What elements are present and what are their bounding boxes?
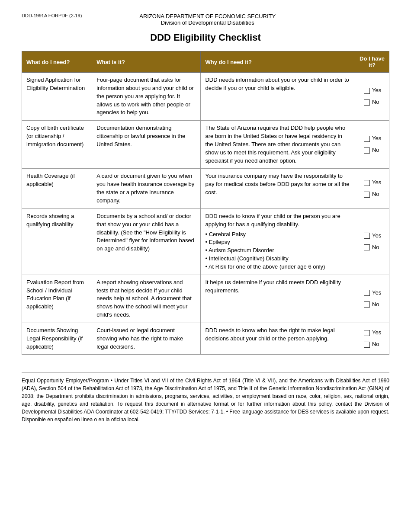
form-id: DDD-1991A FORPDF (2-19) — [22, 13, 82, 18]
no-label-2: No — [372, 146, 379, 154]
checkbox-no-6[interactable] — [364, 342, 370, 348]
what-cell: A card or document given to you when you… — [92, 169, 201, 208]
disability-list: Cerebral Palsy Epilepsy Autism Spectrum … — [205, 231, 350, 271]
no-checkbox-row1[interactable]: No — [364, 98, 379, 106]
need-cell: Evaluation Report from School / Individu… — [22, 275, 92, 323]
checkbox-no-1[interactable] — [364, 99, 370, 106]
checkbox-yes-5[interactable] — [364, 290, 370, 296]
col-header-need: What do I need? — [22, 51, 92, 73]
need-cell: Documents Showing Legal Responsibility (… — [22, 323, 92, 355]
table-row: Signed Application for Eligibility Deter… — [22, 73, 389, 121]
agency-name: ARIZONA DEPARTMENT OF ECONOMIC SECURITY — [82, 13, 333, 19]
yes-label-2: Yes — [372, 135, 381, 143]
checkbox-yes-3[interactable] — [364, 180, 370, 186]
no-checkbox-row3[interactable]: No — [364, 190, 379, 199]
page-title: DDD Eligibility Checklist — [22, 32, 389, 43]
yes-checkbox-row1[interactable]: Yes — [364, 87, 381, 95]
need-cell: Signed Application for Eligibility Deter… — [22, 73, 92, 121]
eligibility-checklist-table: What do I need? What is it? Why do I nee… — [22, 51, 389, 355]
no-checkbox-row2[interactable]: No — [364, 146, 379, 154]
why-cell: DDD needs information about you or your … — [201, 73, 355, 121]
why-cell: Your insurance company may have the resp… — [201, 169, 355, 208]
no-label-6: No — [372, 340, 379, 349]
table-row: Health Coverage (if applicable) A card o… — [22, 169, 389, 208]
no-label-4: No — [372, 244, 379, 252]
why-cell: It helps us determine if your child meet… — [201, 275, 355, 323]
no-checkbox-row6[interactable]: No — [364, 340, 379, 349]
what-cell: Documents by a school and/ or doctor tha… — [92, 208, 201, 275]
yes-label-1: Yes — [372, 87, 381, 95]
have-cell: Yes No — [355, 275, 389, 323]
need-cell: Copy of birth certificate (or citizenshi… — [22, 121, 92, 169]
division-name: Division of Developmental Disabilities — [82, 19, 333, 26]
why-intro: DDD needs to know if your child or the p… — [205, 213, 340, 228]
list-item: Epilepsy — [205, 238, 350, 247]
need-cell: Records showing a qualifying disability — [22, 208, 92, 275]
table-row: Records showing a qualifying disability … — [22, 208, 389, 275]
checkbox-yes-1[interactable] — [364, 88, 370, 94]
no-label-5: No — [372, 301, 379, 309]
what-cell: Documentation demonstrating citizenship … — [92, 121, 201, 169]
what-cell: Four-page document that asks for informa… — [92, 73, 201, 121]
list-item: Autism Spectrum Disorder — [205, 247, 350, 255]
checkbox-no-3[interactable] — [364, 192, 370, 198]
checkbox-yes-4[interactable] — [364, 233, 370, 239]
have-cell: Yes No — [355, 208, 389, 275]
col-header-what: What is it? — [92, 51, 201, 73]
yes-label-3: Yes — [372, 179, 381, 187]
col-header-why: Why do I need it? — [201, 51, 355, 73]
have-cell: Yes No — [355, 73, 389, 121]
list-item: At Risk for one of the above (under age … — [205, 263, 350, 271]
checkbox-no-2[interactable] — [364, 147, 370, 154]
checkbox-yes-6[interactable] — [364, 330, 370, 336]
footer: Equal Opportunity Employer/Program • Und… — [22, 372, 389, 423]
need-cell: Health Coverage (if applicable) — [22, 169, 92, 208]
yes-label-5: Yes — [372, 289, 381, 297]
list-item: Cerebral Palsy — [205, 231, 350, 239]
no-checkbox-row4[interactable]: No — [364, 244, 379, 252]
footer-text: Equal Opportunity Employer/Program • Und… — [22, 377, 389, 423]
list-item: Intellectual (Cognitive) Disability — [205, 255, 350, 263]
yes-checkbox-row6[interactable]: Yes — [364, 329, 381, 337]
what-cell: A report showing observations and tests … — [92, 275, 201, 323]
no-label-1: No — [372, 98, 379, 106]
why-cell: DDD needs to know if your child or the p… — [201, 208, 355, 275]
table-row: Evaluation Report from School / Individu… — [22, 275, 389, 323]
checkbox-no-4[interactable] — [364, 244, 370, 250]
yes-checkbox-row3[interactable]: Yes — [364, 179, 381, 187]
yes-checkbox-row2[interactable]: Yes — [364, 135, 381, 143]
why-cell: The State of Arizona requires that DDD h… — [201, 121, 355, 169]
why-cell: DDD needs to know who has the right to m… — [201, 323, 355, 355]
yes-label-6: Yes — [372, 329, 381, 337]
checkbox-no-5[interactable] — [364, 301, 370, 308]
yes-checkbox-row4[interactable]: Yes — [364, 232, 381, 240]
col-header-have: Do I have it? — [355, 51, 389, 73]
table-row: Copy of birth certificate (or citizenshi… — [22, 121, 389, 169]
yes-label-4: Yes — [372, 232, 381, 240]
what-cell: Court-issued or legal document showing w… — [92, 323, 201, 355]
no-checkbox-row5[interactable]: No — [364, 301, 379, 309]
checkbox-yes-2[interactable] — [364, 136, 370, 142]
have-cell: Yes No — [355, 169, 389, 208]
have-cell: Yes No — [355, 323, 389, 355]
yes-checkbox-row5[interactable]: Yes — [364, 289, 381, 297]
have-cell: Yes No — [355, 121, 389, 169]
table-row: Documents Showing Legal Responsibility (… — [22, 323, 389, 355]
no-label-3: No — [372, 190, 379, 199]
